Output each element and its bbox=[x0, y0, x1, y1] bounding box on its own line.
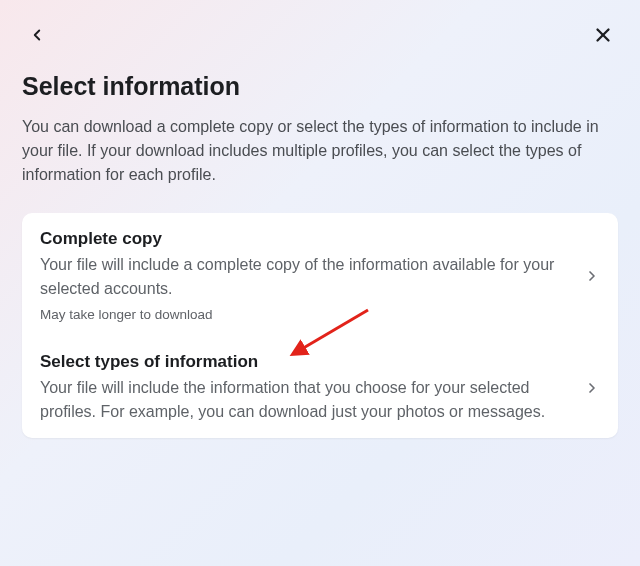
header-row bbox=[22, 20, 618, 50]
option-select-types[interactable]: Select types of information Your file wi… bbox=[22, 336, 618, 438]
close-icon bbox=[592, 24, 614, 46]
options-card: Complete copy Your file will include a c… bbox=[22, 213, 618, 438]
page-subtitle: You can download a complete copy or sele… bbox=[22, 115, 618, 187]
close-button[interactable] bbox=[588, 20, 618, 50]
option-body: Select types of information Your file wi… bbox=[40, 352, 584, 424]
option-body: Complete copy Your file will include a c… bbox=[40, 229, 584, 322]
back-button[interactable] bbox=[22, 20, 52, 50]
option-title: Select types of information bbox=[40, 352, 570, 372]
option-complete-copy[interactable]: Complete copy Your file will include a c… bbox=[22, 213, 618, 336]
option-note: May take longer to download bbox=[40, 307, 570, 322]
option-description: Your file will include the information t… bbox=[40, 376, 570, 424]
content-area: Select information You can download a co… bbox=[22, 72, 618, 438]
chevron-right-icon bbox=[584, 268, 600, 284]
chevron-left-icon bbox=[28, 26, 46, 44]
option-description: Your file will include a complete copy o… bbox=[40, 253, 570, 301]
option-title: Complete copy bbox=[40, 229, 570, 249]
page-title: Select information bbox=[22, 72, 618, 101]
chevron-right-icon bbox=[584, 380, 600, 396]
